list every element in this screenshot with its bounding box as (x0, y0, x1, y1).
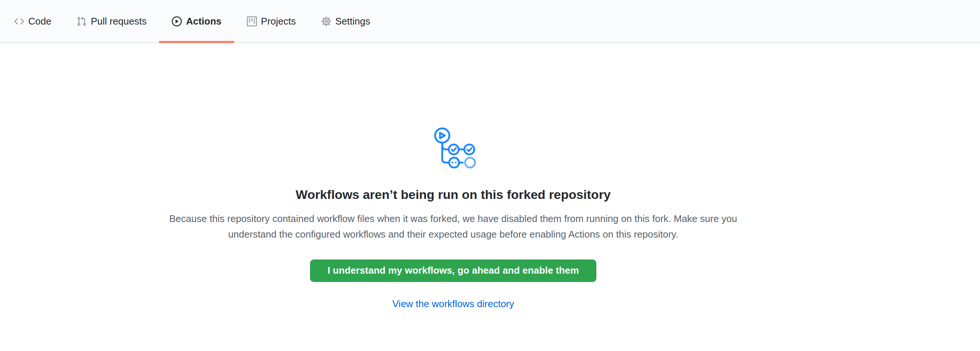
blankslate-description: Because this repository contained workfl… (152, 211, 754, 242)
tab-code-label: Code (28, 16, 51, 26)
actions-page: Code Pull requests Actions Projects (0, 0, 980, 310)
git-pull-request-icon (76, 16, 87, 26)
repo-tab-nav: Code Pull requests Actions Projects (0, 0, 980, 43)
enable-workflows-button[interactable]: I understand my workflows, go ahead and … (310, 259, 596, 282)
actions-disabled-blankslate: Workflows aren’t being run on this forke… (0, 43, 907, 310)
tab-pull-requests-label: Pull requests (91, 16, 146, 26)
tab-actions-label: Actions (186, 16, 221, 26)
project-icon (247, 16, 257, 26)
gear-icon (321, 16, 331, 26)
workflow-graph-icon (431, 124, 476, 170)
code-icon (14, 16, 24, 26)
tab-actions[interactable]: Actions (159, 0, 234, 42)
view-workflows-link[interactable]: View the workflows directory (392, 298, 514, 310)
tab-code[interactable]: Code (2, 0, 64, 42)
tab-projects[interactable]: Projects (234, 0, 309, 42)
tab-pull-requests[interactable]: Pull requests (64, 0, 159, 42)
blankslate-title: Workflows aren’t being run on this forke… (296, 187, 611, 203)
tab-settings[interactable]: Settings (309, 0, 383, 42)
tab-projects-label: Projects (261, 16, 296, 26)
play-icon (172, 16, 182, 26)
active-tab-underline (159, 41, 234, 43)
tab-settings-label: Settings (335, 16, 370, 26)
